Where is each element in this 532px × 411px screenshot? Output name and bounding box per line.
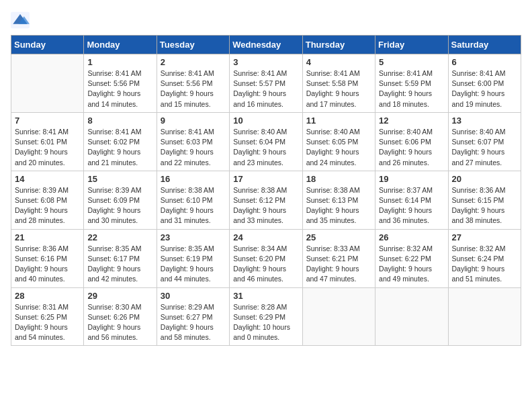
- day-number: 18: [306, 174, 371, 184]
- day-info: Sunrise: 8:38 AMSunset: 6:12 PMDaylight:…: [233, 185, 298, 226]
- day-number: 28: [15, 291, 80, 301]
- day-info: Sunrise: 8:41 AMSunset: 6:01 PMDaylight:…: [15, 127, 80, 168]
- logo: [11, 11, 31, 30]
- calendar-cell: 21Sunrise: 8:36 AMSunset: 6:16 PMDayligh…: [11, 229, 84, 287]
- day-number: 25: [306, 232, 371, 242]
- calendar-cell: 19Sunrise: 8:37 AMSunset: 6:14 PMDayligh…: [375, 171, 448, 229]
- day-info: Sunrise: 8:32 AMSunset: 6:24 PMDaylight:…: [452, 244, 517, 285]
- day-info: Sunrise: 8:39 AMSunset: 6:08 PMDaylight:…: [15, 185, 80, 226]
- day-info: Sunrise: 8:33 AMSunset: 6:21 PMDaylight:…: [306, 244, 371, 285]
- day-number: 6: [452, 57, 517, 67]
- day-info: Sunrise: 8:41 AMSunset: 5:59 PMDaylight:…: [379, 68, 444, 109]
- calendar-cell: 6Sunrise: 8:41 AMSunset: 6:00 PMDaylight…: [448, 54, 521, 113]
- day-number: 21: [15, 232, 80, 242]
- day-number: 27: [452, 232, 517, 242]
- day-number: 13: [452, 116, 517, 126]
- calendar-cell: 1Sunrise: 8:41 AMSunset: 5:56 PMDaylight…: [84, 54, 157, 113]
- day-info: Sunrise: 8:40 AMSunset: 6:04 PMDaylight:…: [233, 127, 298, 168]
- calendar-cell: 8Sunrise: 8:41 AMSunset: 6:02 PMDaylight…: [84, 112, 157, 171]
- calendar-cell: 27Sunrise: 8:32 AMSunset: 6:24 PMDayligh…: [448, 229, 521, 287]
- calendar-cell: 4Sunrise: 8:41 AMSunset: 5:58 PMDaylight…: [302, 54, 375, 113]
- day-number: 14: [15, 174, 80, 184]
- calendar-cell: 12Sunrise: 8:40 AMSunset: 6:06 PMDayligh…: [375, 112, 448, 171]
- calendar-cell: [11, 54, 84, 113]
- day-number: 9: [161, 116, 226, 126]
- calendar-cell: 28Sunrise: 8:31 AMSunset: 6:25 PMDayligh…: [11, 287, 84, 346]
- day-info: Sunrise: 8:40 AMSunset: 6:07 PMDaylight:…: [452, 127, 517, 168]
- day-info: Sunrise: 8:41 AMSunset: 5:57 PMDaylight:…: [233, 68, 298, 109]
- calendar-cell: [448, 287, 521, 346]
- day-number: 10: [233, 116, 298, 126]
- day-number: 11: [306, 116, 371, 126]
- day-info: Sunrise: 8:41 AMSunset: 5:58 PMDaylight:…: [306, 68, 371, 109]
- calendar-table: SundayMondayTuesdayWednesdayThursdayFrid…: [11, 35, 521, 346]
- day-info: Sunrise: 8:37 AMSunset: 6:14 PMDaylight:…: [379, 185, 444, 226]
- day-number: 15: [87, 174, 152, 184]
- calendar-cell: 3Sunrise: 8:41 AMSunset: 5:57 PMDaylight…: [230, 54, 302, 113]
- day-info: Sunrise: 8:41 AMSunset: 6:00 PMDaylight:…: [452, 68, 517, 109]
- weekday-header-thursday: Thursday: [302, 36, 375, 54]
- day-number: 30: [161, 291, 226, 301]
- calendar-cell: 17Sunrise: 8:38 AMSunset: 6:12 PMDayligh…: [230, 171, 302, 229]
- day-info: Sunrise: 8:41 AMSunset: 5:56 PMDaylight:…: [87, 68, 152, 109]
- day-info: Sunrise: 8:40 AMSunset: 6:06 PMDaylight:…: [379, 127, 444, 168]
- day-info: Sunrise: 8:30 AMSunset: 6:26 PMDaylight:…: [87, 302, 152, 343]
- calendar-cell: 26Sunrise: 8:32 AMSunset: 6:22 PMDayligh…: [375, 229, 448, 287]
- day-info: Sunrise: 8:39 AMSunset: 6:09 PMDaylight:…: [87, 185, 152, 226]
- day-info: Sunrise: 8:31 AMSunset: 6:25 PMDaylight:…: [15, 302, 80, 343]
- day-number: 29: [87, 291, 152, 301]
- weekday-header-friday: Friday: [375, 36, 448, 54]
- calendar-cell: 22Sunrise: 8:35 AMSunset: 6:17 PMDayligh…: [84, 229, 157, 287]
- day-number: 5: [379, 57, 444, 67]
- calendar-cell: 15Sunrise: 8:39 AMSunset: 6:09 PMDayligh…: [84, 171, 157, 229]
- day-number: 16: [161, 174, 226, 184]
- calendar-cell: 31Sunrise: 8:28 AMSunset: 6:29 PMDayligh…: [230, 287, 302, 346]
- day-info: Sunrise: 8:32 AMSunset: 6:22 PMDaylight:…: [379, 244, 444, 285]
- calendar-cell: [302, 287, 375, 346]
- day-number: 12: [379, 116, 444, 126]
- day-info: Sunrise: 8:29 AMSunset: 6:27 PMDaylight:…: [161, 302, 226, 343]
- day-number: 22: [87, 232, 152, 242]
- day-info: Sunrise: 8:28 AMSunset: 6:29 PMDaylight:…: [233, 302, 298, 343]
- day-number: 8: [87, 116, 152, 126]
- logo-icon: [11, 11, 30, 30]
- day-number: 1: [87, 57, 152, 67]
- calendar-cell: 25Sunrise: 8:33 AMSunset: 6:21 PMDayligh…: [302, 229, 375, 287]
- calendar-cell: 11Sunrise: 8:40 AMSunset: 6:05 PMDayligh…: [302, 112, 375, 171]
- weekday-header-sunday: Sunday: [11, 36, 84, 54]
- calendar-cell: 2Sunrise: 8:41 AMSunset: 5:56 PMDaylight…: [157, 54, 229, 113]
- day-number: 31: [233, 291, 298, 301]
- day-info: Sunrise: 8:38 AMSunset: 6:10 PMDaylight:…: [161, 185, 226, 226]
- calendar-cell: 10Sunrise: 8:40 AMSunset: 6:04 PMDayligh…: [230, 112, 302, 171]
- day-info: Sunrise: 8:41 AMSunset: 6:02 PMDaylight:…: [87, 127, 152, 168]
- weekday-header-tuesday: Tuesday: [157, 36, 229, 54]
- calendar-cell: [375, 287, 448, 346]
- calendar-cell: 14Sunrise: 8:39 AMSunset: 6:08 PMDayligh…: [11, 171, 84, 229]
- calendar-cell: 9Sunrise: 8:41 AMSunset: 6:03 PMDaylight…: [157, 112, 229, 171]
- calendar-cell: 13Sunrise: 8:40 AMSunset: 6:07 PMDayligh…: [448, 112, 521, 171]
- calendar-cell: 7Sunrise: 8:41 AMSunset: 6:01 PMDaylight…: [11, 112, 84, 171]
- day-number: 17: [233, 174, 298, 184]
- calendar-cell: 29Sunrise: 8:30 AMSunset: 6:26 PMDayligh…: [84, 287, 157, 346]
- weekday-header-monday: Monday: [84, 36, 157, 54]
- day-info: Sunrise: 8:40 AMSunset: 6:05 PMDaylight:…: [306, 127, 371, 168]
- day-number: 7: [15, 116, 80, 126]
- day-number: 3: [233, 57, 298, 67]
- day-number: 23: [161, 232, 226, 242]
- day-number: 4: [306, 57, 371, 67]
- day-number: 20: [452, 174, 517, 184]
- day-number: 19: [379, 174, 444, 184]
- weekday-header-wednesday: Wednesday: [230, 36, 302, 54]
- day-info: Sunrise: 8:36 AMSunset: 6:16 PMDaylight:…: [15, 244, 80, 285]
- calendar-cell: 5Sunrise: 8:41 AMSunset: 5:59 PMDaylight…: [375, 54, 448, 113]
- day-info: Sunrise: 8:34 AMSunset: 6:20 PMDaylight:…: [233, 244, 298, 285]
- day-number: 24: [233, 232, 298, 242]
- day-number: 2: [161, 57, 226, 67]
- calendar-cell: 23Sunrise: 8:35 AMSunset: 6:19 PMDayligh…: [157, 229, 229, 287]
- calendar-cell: 20Sunrise: 8:36 AMSunset: 6:15 PMDayligh…: [448, 171, 521, 229]
- day-info: Sunrise: 8:36 AMSunset: 6:15 PMDaylight:…: [452, 185, 517, 226]
- day-info: Sunrise: 8:41 AMSunset: 6:03 PMDaylight:…: [161, 127, 226, 168]
- day-info: Sunrise: 8:35 AMSunset: 6:19 PMDaylight:…: [161, 244, 226, 285]
- day-info: Sunrise: 8:38 AMSunset: 6:13 PMDaylight:…: [306, 185, 371, 226]
- day-number: 26: [379, 232, 444, 242]
